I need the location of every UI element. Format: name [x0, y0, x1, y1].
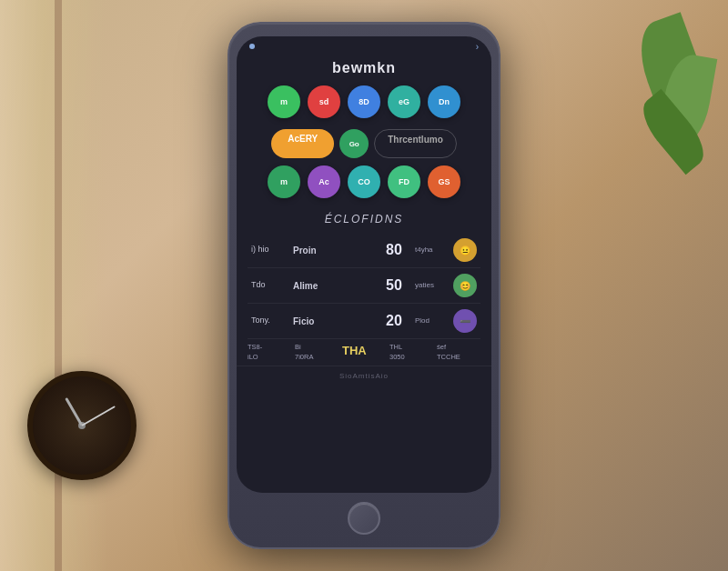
bottom-col1-bottom: iLO: [248, 353, 291, 363]
bottom-col4-bottom: 3050: [389, 353, 433, 363]
bottom-col2-bottom: 7i0RA: [295, 353, 339, 363]
status-bar: ›: [237, 36, 491, 56]
list-col4-2: Plod: [415, 316, 448, 326]
phone-device: › bewmkn m sd 8D eG Dn AcERY Go Thrcentl…: [228, 22, 500, 549]
circle-btn-sd[interactable]: sd: [308, 85, 340, 118]
list-icon-2: ➖: [453, 309, 477, 333]
bottom-col5-top: śef: [437, 343, 480, 353]
category-pill-active[interactable]: AcERY: [271, 129, 334, 158]
circle-btn2-co[interactable]: CO: [348, 165, 380, 198]
list-col2-0: Proin: [293, 245, 373, 255]
circle-btn2-fd[interactable]: FD: [388, 165, 420, 198]
bottom-col-4: THL 3050: [389, 343, 433, 362]
circle-btn-m[interactable]: m: [268, 85, 300, 118]
category-row: AcERY Go Thrcentlumo: [237, 125, 491, 165]
circles-row-2: m Ac CO FD GS: [237, 165, 491, 209]
bottom-row: TS8- iLO Bi 7i0RA THA THL 3050 śef TCCHE: [237, 339, 491, 366]
list-col1-1: Tdo: [251, 280, 288, 291]
window-bar: [55, 0, 62, 571]
list-icon-0: 😐: [453, 238, 477, 262]
screen-footer: SioAmtisAio: [237, 366, 491, 386]
circle-btn2-gs[interactable]: GS: [428, 165, 460, 198]
home-button[interactable]: [348, 502, 380, 535]
list-col4-1: yaties: [415, 281, 448, 290]
list-row: Tdo Alime 50 yaties 😊: [248, 268, 480, 304]
circle-btn-dn[interactable]: Dn: [428, 85, 460, 118]
circle-btn-eg[interactable]: eG: [388, 85, 420, 118]
app-title: bewmkn: [237, 56, 491, 85]
list-col1-2: Tony.: [251, 316, 288, 326]
list-icon-1: 😊: [453, 274, 477, 297]
list-col2-1: Alime: [293, 281, 373, 291]
window-frame: [0, 0, 109, 571]
list-row: Tony. Ficio 20 Plod ➖: [248, 304, 480, 339]
plant: [637, 0, 710, 273]
bottom-col-3: THA: [342, 343, 386, 359]
category-pill-inactive[interactable]: Thrcentlumo: [374, 129, 457, 158]
list-col3-1: 50: [379, 277, 410, 294]
list-icon-emoji-1: 😊: [460, 281, 470, 291]
list-col2-2: Ficio: [293, 316, 373, 326]
list-icon-emoji-2: ➖: [460, 316, 470, 326]
status-dot-left: [249, 44, 255, 49]
status-chevron-right: ›: [476, 42, 479, 52]
list-row: i) hio Proin 80 t4yha 😐: [248, 233, 480, 268]
clock-hand-minute: [82, 406, 116, 426]
clock-hand-hour: [65, 397, 83, 426]
list-col3-0: 80: [379, 242, 410, 258]
circles-row-1: m sd 8D eG Dn: [237, 85, 491, 125]
circle-btn2-m[interactable]: m: [268, 165, 300, 198]
bottom-col3-big: THA: [342, 343, 386, 359]
category-circle-go[interactable]: Go: [339, 129, 369, 158]
list-col3-2: 20: [379, 313, 410, 329]
circle-btn2-ac[interactable]: Ac: [308, 165, 340, 198]
list-icon-emoji-0: 😐: [460, 245, 470, 255]
phone-screen: › bewmkn m sd 8D eG Dn AcERY Go Thrcentl…: [237, 36, 491, 493]
list-col1-0: i) hio: [251, 245, 288, 255]
bottom-col4-top: THL: [389, 343, 433, 353]
circle-btn-8d[interactable]: 8D: [348, 85, 380, 118]
bottom-col-1: TS8- iLO: [248, 343, 291, 362]
bottom-col-2: Bi 7i0RA: [295, 343, 339, 362]
section-heading: Éclofidns: [237, 209, 491, 233]
bottom-col5-bottom: TCCHE: [437, 353, 480, 363]
clock: [27, 371, 136, 480]
list-items: i) hio Proin 80 t4yha 😐 Tdo Alime 50 yat…: [237, 233, 491, 339]
list-col4-0: t4yha: [415, 245, 448, 255]
bottom-col1-top: TS8-: [248, 343, 291, 353]
bottom-col-5: śef TCCHE: [437, 343, 480, 362]
bottom-col2-top: Bi: [295, 343, 339, 353]
